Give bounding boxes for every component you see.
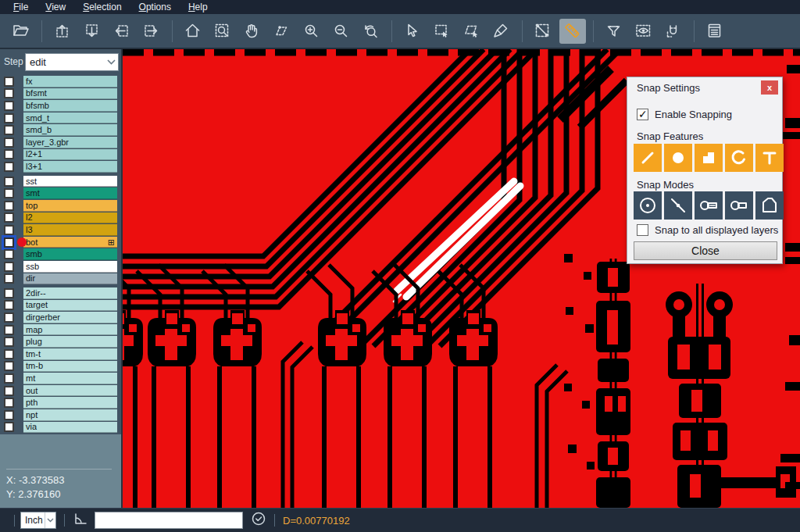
layer-visibility-checkbox[interactable] [4,77,14,87]
layer-bar[interactable]: layer_3.gbr ⊞ [23,137,117,148]
layer-bar[interactable]: target ⊞ [23,300,117,312]
layer-bar[interactable]: dirgerber ⊞ [23,312,117,323]
layer-visibility-checkbox[interactable] [4,149,14,159]
snap-feature-line-button[interactable] [634,144,662,172]
snap-magnet-button[interactable] [660,19,687,44]
layer-row[interactable]: out ⊞ [0,385,121,397]
layer-bar[interactable]: tm-b ⊞ [23,361,117,373]
snap-mode-slot-open-button[interactable] [725,191,753,220]
layer-bar[interactable]: mt ⊞ [23,373,117,384]
layer-visibility-checkbox[interactable] [4,337,14,347]
layer-bar[interactable]: l2 ⊞ [23,212,117,224]
zoom-polygon-button[interactable] [269,19,295,44]
zoom-previous-button[interactable] [358,19,384,44]
layer-visibility-checkbox[interactable] [4,249,14,259]
layer-grid-icon[interactable]: ⊞ [108,238,115,246]
layer-row[interactable]: bfsmt ⊞ [0,88,121,100]
snap-mode-slot-filled-button[interactable] [695,191,723,220]
menu-selection[interactable]: Selection [74,0,130,14]
layer-row[interactable]: top ⊞ [0,200,121,212]
layer-visibility-checkbox[interactable] [4,101,14,111]
layer-row[interactable]: target ⊞ [0,300,121,312]
layer-row[interactable]: map ⊞ [0,324,121,336]
menu-options[interactable]: Options [130,0,180,14]
layer-bar[interactable]: top ⊞ [23,200,117,212]
layer-row[interactable]: via ⊞ [0,422,121,434]
layer-row[interactable]: l2+1 ⊞ [0,149,121,161]
layer-visibility-checkbox[interactable] [4,361,14,371]
layer-visibility-checkbox[interactable] [4,162,14,172]
snap-feature-arc-button[interactable] [725,144,753,172]
close-button[interactable]: Close [634,241,777,260]
snap-mode-point-on-line-button[interactable] [664,191,692,220]
enable-snapping-checkbox[interactable] [637,109,648,120]
layer-row[interactable]: smd_b ⊞ [0,124,121,136]
layer-visibility-checkbox[interactable] [4,300,14,310]
layer-row[interactable]: ssb ⊞ [0,261,121,273]
report-log-button[interactable] [702,19,728,44]
layer-row[interactable]: npt ⊞ [0,409,121,421]
layer-row[interactable]: smd_t ⊞ [0,112,121,124]
layer-bar[interactable]: l3+1 ⊞ [23,161,117,173]
pan-left-button[interactable] [109,19,135,44]
pan-down-button[interactable] [79,19,105,44]
layer-visibility-checkbox[interactable] [4,422,14,432]
layer-row[interactable]: sst ⊞ [0,176,121,187]
close-icon[interactable]: x [761,80,778,95]
open-file-button[interactable] [8,19,34,44]
snap-mode-outline-button[interactable] [755,191,784,220]
layer-bar[interactable]: plug ⊞ [23,336,117,348]
layer-row[interactable]: mt ⊞ [0,373,121,384]
layer-row[interactable]: pth ⊞ [0,397,121,409]
layer-visibility-checkbox[interactable] [4,349,14,359]
layer-bar[interactable]: l2+1 ⊞ [23,149,117,161]
layer-bar[interactable]: dir ⊞ [23,273,117,285]
zoom-in-button[interactable] [298,19,325,44]
snap-mode-center-button[interactable] [634,191,662,220]
layer-row[interactable]: dir ⊞ [0,273,121,285]
measure-distance-button[interactable] [530,19,556,44]
layer-bar[interactable]: fx ⊞ [23,76,117,87]
sync-check-icon[interactable] [251,511,266,530]
layer-row[interactable]: fx ⊞ [0,76,121,87]
layer-visibility-checkbox[interactable] [4,262,14,272]
snap-feature-pad-button[interactable] [664,144,692,172]
layer-visibility-checkbox[interactable] [4,237,14,248]
layer-bar[interactable]: 2dir-- ⊞ [23,287,117,299]
layer-bar[interactable]: smd_b ⊞ [23,124,117,136]
zoom-window-button[interactable] [209,19,236,44]
layer-bar[interactable]: via ⊞ [23,422,117,434]
layer-row[interactable]: l3 ⊞ [0,224,121,236]
filter-button[interactable] [601,19,627,44]
select-rectangle-button[interactable] [429,19,455,44]
layer-row[interactable]: dirgerber ⊞ [0,312,121,323]
layer-bar[interactable]: out ⊞ [23,385,117,397]
ruler-button[interactable] [559,19,586,44]
layer-visibility-checkbox[interactable] [4,398,14,408]
layer-bar[interactable]: sst ⊞ [23,176,117,187]
layer-bar[interactable]: l3 ⊞ [23,224,117,236]
layer-row[interactable]: bfsmb ⊞ [0,100,121,112]
units-select[interactable]: Inch [20,512,56,529]
layer-row[interactable]: smb ⊞ [0,248,121,260]
layer-row[interactable]: 2dir-- ⊞ [0,287,121,299]
zoom-out-button[interactable] [328,19,355,44]
view-region-button[interactable] [630,19,657,44]
menu-file[interactable]: File [5,0,37,14]
layer-visibility-checkbox[interactable] [4,312,14,323]
zoom-home-button[interactable] [180,19,206,44]
layer-visibility-checkbox[interactable] [4,113,14,123]
layer-bar[interactable]: pth ⊞ [23,397,117,409]
layer-row[interactable]: tm-t ⊞ [0,348,121,360]
snap-feature-surface-button[interactable] [695,144,723,172]
layer-bar[interactable]: bfsmb ⊞ [23,100,117,112]
layer-row[interactable]: tm-b ⊞ [0,361,121,373]
layer-bar[interactable]: map ⊞ [23,324,117,336]
layer-visibility-checkbox[interactable] [4,137,14,148]
layer-visibility-checkbox[interactable] [4,225,14,235]
layer-visibility-checkbox[interactable] [4,177,14,187]
select-cursor-button[interactable] [399,19,426,44]
layer-bar[interactable]: smb ⊞ [23,248,117,260]
command-input[interactable] [95,512,243,529]
pan-hand-button[interactable] [239,19,266,44]
